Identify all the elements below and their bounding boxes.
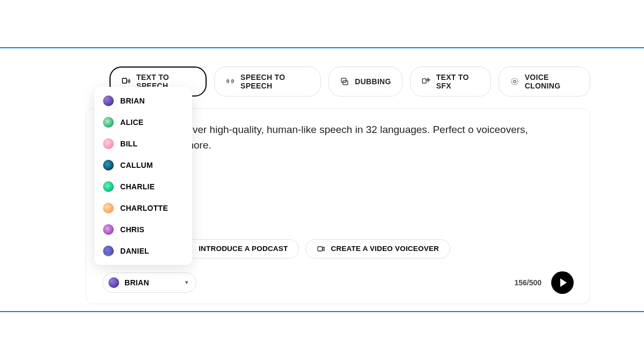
divider-top bbox=[0, 47, 644, 48]
voice-option-label: DANIEL bbox=[120, 247, 149, 255]
svg-rect-3 bbox=[422, 79, 426, 83]
voice-option-label: CHRIS bbox=[120, 225, 144, 234]
suggestion-video[interactable]: CREATE A VIDEO VOICEOVER bbox=[305, 239, 450, 258]
voice-option-alice[interactable]: ALICE bbox=[94, 112, 192, 133]
voice-option-label: BILL bbox=[120, 139, 137, 148]
voice-selected-label: BRIAN bbox=[125, 278, 149, 287]
cloning-icon bbox=[510, 77, 519, 86]
svg-point-4 bbox=[511, 78, 518, 85]
voice-dropdown[interactable]: BRIAN ALICE BILL CALLUM CHARLIE CHARLOTT… bbox=[94, 87, 192, 265]
avatar bbox=[103, 181, 114, 192]
tab-text-to-sfx[interactable]: TEXT TO SFX bbox=[410, 67, 491, 97]
video-icon bbox=[317, 245, 325, 253]
tab-label: SPEECH TO SPEECH bbox=[240, 73, 310, 90]
voice-option-bill[interactable]: BILL bbox=[94, 133, 192, 154]
svg-rect-7 bbox=[318, 247, 323, 251]
suggestion-podcast[interactable]: INTRODUCE A PODCAST bbox=[173, 239, 299, 258]
avatar bbox=[108, 277, 119, 288]
avatar bbox=[103, 160, 114, 171]
bottom-row: BRIAN ▾ 156/500 bbox=[103, 271, 574, 294]
tab-dubbing[interactable]: DUBBING bbox=[328, 67, 402, 97]
suggestion-label: CREATE A VIDEO VOICEOVER bbox=[331, 245, 439, 253]
tab-voice-cloning[interactable]: VOICE CLONING bbox=[499, 67, 590, 97]
character-counter: 156/500 bbox=[514, 278, 541, 287]
sfx-icon bbox=[421, 77, 431, 86]
tab-label: DUBBING bbox=[355, 77, 391, 86]
suggestion-label: INTRODUCE A PODCAST bbox=[199, 245, 288, 253]
avatar bbox=[103, 138, 114, 149]
svg-point-5 bbox=[513, 80, 516, 83]
avatar bbox=[103, 95, 114, 106]
tts-icon bbox=[121, 77, 131, 86]
voice-option-daniel[interactable]: DANIEL bbox=[94, 240, 192, 262]
dubbing-icon bbox=[340, 77, 349, 86]
avatar bbox=[103, 246, 114, 256]
play-icon bbox=[560, 278, 567, 287]
voice-option-charlie[interactable]: CHARLIE bbox=[94, 176, 192, 197]
avatar bbox=[103, 117, 114, 128]
voice-option-brian[interactable]: BRIAN bbox=[94, 90, 192, 112]
voice-option-label: ALICE bbox=[120, 118, 144, 127]
voice-option-charlotte[interactable]: CHARLOTTE bbox=[94, 197, 192, 219]
voice-option-callum[interactable]: CALLUM bbox=[94, 154, 192, 176]
avatar bbox=[103, 224, 114, 235]
sts-icon bbox=[225, 77, 235, 86]
svg-rect-0 bbox=[122, 78, 127, 83]
voice-option-label: CHARLOTTE bbox=[120, 204, 168, 212]
chevron-down-icon: ▾ bbox=[185, 279, 188, 286]
voice-select[interactable]: BRIAN ▾ bbox=[103, 272, 196, 293]
tab-speech-to-speech[interactable]: SPEECH TO SPEECH bbox=[214, 67, 321, 97]
voice-option-label: CHARLIE bbox=[120, 182, 155, 191]
voice-option-label: CALLUM bbox=[120, 161, 153, 169]
tab-label: TEXT TO SFX bbox=[436, 73, 480, 90]
voice-option-label: BRIAN bbox=[120, 97, 145, 105]
avatar bbox=[103, 203, 114, 213]
voice-option-chris[interactable]: CHRIS bbox=[94, 219, 192, 240]
play-button[interactable] bbox=[551, 271, 574, 294]
divider-bottom bbox=[0, 311, 644, 312]
tab-label: VOICE CLONING bbox=[525, 73, 579, 90]
